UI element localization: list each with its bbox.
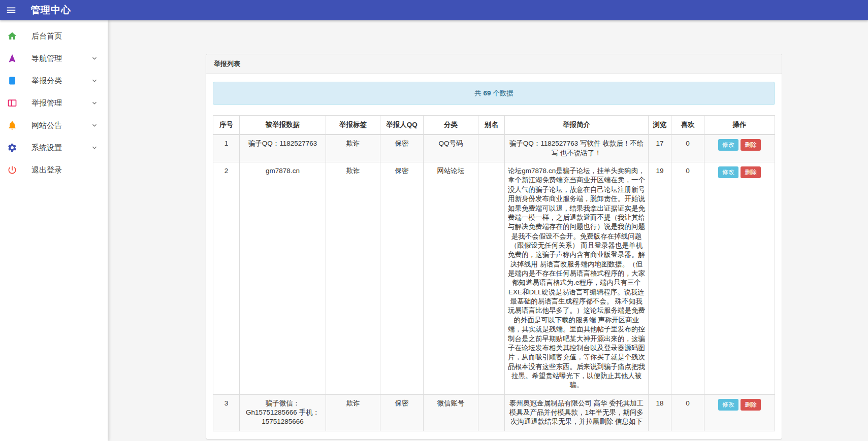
header-alias: 别名 [478,116,505,135]
sidebar-item-label: 导航管理 [31,54,62,63]
sidebar-item-label: 退出登录 [31,165,62,175]
edit-button[interactable]: 修改 [718,166,738,178]
chevron-down-icon [90,54,99,62]
header-reporter-qq: 举报人QQ [380,116,424,135]
gear-icon [7,143,17,153]
delete-button[interactable]: 删除 [741,139,761,151]
cell-alias [478,162,505,395]
panel-title: 举报列表 [206,54,782,74]
cell-description: 骗子QQ：1182527763 写软件 收款后！不给写 也不说话了！ [505,134,649,162]
cell-likes: 0 [671,134,704,162]
cell-reporter-qq: 保密 [380,134,424,162]
sidebar-item-label: 系统设置 [31,143,62,153]
sidebar-item-nav-management[interactable]: 导航管理 [0,47,108,70]
table-row: 3 骗子微信：Gh15751285666 手机：15751285666 欺诈 保… [213,394,775,431]
sidebar-item-label: 网站公告 [31,121,62,130]
chevron-down-icon [90,99,99,107]
chevron-down-icon [90,77,99,85]
cell-reporter-qq: 保密 [380,162,424,395]
header-reported-data: 被举报数据 [240,116,326,135]
sidebar-item-logout[interactable]: 退出登录 [0,159,108,181]
card-icon [7,98,17,108]
cell-likes: 0 [671,394,704,431]
cell-actions: 修改删除 [704,134,775,162]
cell-alias [478,134,505,162]
cell-id: 1 [213,134,240,162]
navigation-icon [7,53,17,63]
sidebar-item-report-categories[interactable]: 举报分类 [0,70,108,92]
home-icon [7,31,17,41]
table-header-row: 序号 被举报数据 举报标签 举报人QQ 分类 别名 举报简介 浏览 喜欢 操作 [213,116,775,135]
cell-reported-data: 骗子QQ：1182527763 [240,134,326,162]
cell-id: 2 [213,162,240,395]
panel-body: 共 69 个数据 序号 被举报数据 举报标签 举报人QQ 分类 别名 [206,74,782,439]
cell-actions: 修改删除 [704,394,775,431]
sidebar: 后台首页 导航管理 举报分类 举报管理 网站公告 [0,20,108,441]
alert-count: 69 [483,89,491,97]
book-icon [7,76,17,86]
cell-views: 18 [649,394,671,431]
cell-alias [478,394,505,431]
header-views: 浏览 [649,116,671,135]
cell-category: QQ号码 [424,134,478,162]
header-category: 分类 [424,116,478,135]
total-count-alert: 共 69 个数据 [213,82,775,105]
menu-toggle-button[interactable] [0,0,22,20]
cell-likes: 0 [671,162,704,395]
delete-button[interactable]: 删除 [741,166,761,178]
sidebar-item-label: 举报分类 [31,76,62,86]
table-row: 1 骗子QQ：1182527763 欺诈 保密 QQ号码 骗子QQ：118252… [213,134,775,162]
sidebar-item-site-announcements[interactable]: 网站公告 [0,114,108,137]
sidebar-item-home[interactable]: 后台首页 [0,25,108,47]
power-icon [7,165,17,175]
alert-suffix: 个数据 [491,89,513,97]
report-table: 序号 被举报数据 举报标签 举报人QQ 分类 别名 举报简介 浏览 喜欢 操作 [213,115,775,431]
chevron-down-icon [90,144,99,152]
alert-prefix: 共 [474,89,483,97]
sidebar-item-label: 后台首页 [31,31,62,41]
cell-category: 微信账号 [424,394,478,431]
cell-reporter-qq: 保密 [380,394,424,431]
sidebar-item-system-settings[interactable]: 系统设置 [0,137,108,159]
table-row: 2 gm7878.cn 欺诈 保密 网站论坛 论坛gm7878.cn是骗子论坛，… [213,162,775,395]
header-likes: 喜欢 [671,116,704,135]
bell-icon [7,120,17,130]
edit-button[interactable]: 修改 [718,139,738,151]
report-list-panel: 举报列表 共 69 个数据 序号 被举报数据 举报标签 举报人QQ [206,54,782,439]
cell-reported-data: 骗子微信：Gh15751285666 手机：15751285666 [240,394,326,431]
cell-description: 泰州奥冠金属制品有限公司 高华 委托其加工模具及产品并付模具款，1年半无果，期间… [505,394,649,431]
edit-button[interactable]: 修改 [718,399,738,411]
cell-description: 论坛gm7878.cn是骗子论坛，挂羊头卖狗肉，拿个新江湖免费端充当商业开区端在… [505,162,649,395]
chevron-down-icon [90,121,99,129]
header-tag: 举报标签 [326,116,380,135]
header-id: 序号 [213,116,240,135]
hamburger-icon [6,5,17,16]
cell-reported-data: gm7878.cn [240,162,326,395]
cell-views: 19 [649,162,671,395]
sidebar-item-label: 举报管理 [31,98,62,108]
cell-tag: 欺诈 [326,394,380,431]
cell-views: 17 [649,134,671,162]
cell-category: 网站论坛 [424,162,478,395]
header-actions: 操作 [704,116,775,135]
main-content: 举报列表 共 69 个数据 序号 被举报数据 举报标签 举报人QQ [108,20,868,441]
cell-id: 3 [213,394,240,431]
cell-tag: 欺诈 [326,162,380,395]
sidebar-item-report-management[interactable]: 举报管理 [0,92,108,114]
cell-actions: 修改删除 [704,162,775,395]
app-title: 管理中心 [30,4,71,17]
cell-tag: 欺诈 [326,134,380,162]
header-description: 举报简介 [505,116,649,135]
delete-button[interactable]: 删除 [741,399,761,411]
top-navbar: 管理中心 [0,0,868,20]
